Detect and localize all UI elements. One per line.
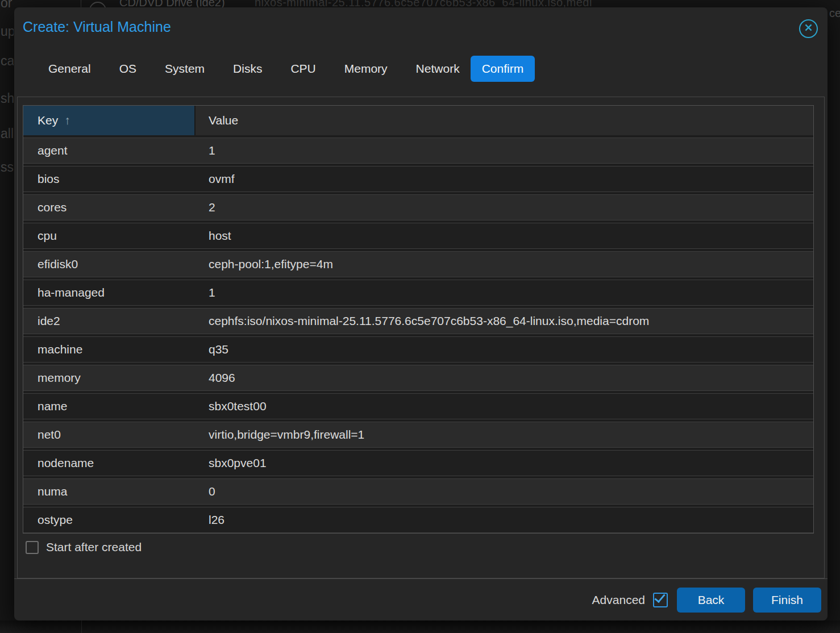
table-header-row: Key ↑ Value	[23, 106, 813, 135]
backdrop-text-fragment: ss	[1, 160, 14, 175]
row-key: net0	[23, 428, 196, 442]
row-key: bios	[23, 172, 196, 186]
row-value: q35	[196, 343, 813, 356]
dialog-titlebar: Create: Virtual Machine	[14, 7, 827, 55]
close-icon	[804, 23, 813, 35]
tab-general[interactable]: General	[34, 56, 105, 82]
column-header-value[interactable]: Value	[196, 106, 813, 135]
finish-button[interactable]: Finish	[753, 588, 821, 613]
column-header-key-label: Key	[38, 114, 58, 127]
tab-disks[interactable]: Disks	[219, 56, 276, 82]
sort-ascending-icon: ↑	[64, 114, 70, 127]
backdrop-text-fragment: ce	[829, 7, 840, 20]
backdrop-text-fragment: all	[1, 126, 14, 141]
row-value: 2	[196, 201, 813, 214]
row-value: host	[196, 229, 813, 243]
table-row[interactable]: net0 virtio,bridge=vmbr9,firewall=1	[23, 422, 813, 448]
backdrop-top-strip: CD/DVD Drive (ide2) nixos-minimal-25.11.…	[0, 0, 840, 7]
tab-bar: General OS System Disks CPU Memory Netwo…	[34, 56, 535, 82]
row-key: cpu	[23, 229, 196, 243]
backdrop-divider-line	[81, 0, 81, 7]
confirm-panel: Key ↑ Value agent 1 bios ovmf cores 2 cp	[17, 97, 825, 578]
table-row[interactable]: ide2 cephfs:iso/nixos-minimal-25.11.5776…	[23, 308, 813, 334]
row-value: 1	[196, 144, 813, 157]
table-row[interactable]: numa 0	[23, 478, 813, 505]
row-key: cores	[23, 201, 196, 214]
tab-cpu[interactable]: CPU	[276, 56, 330, 82]
row-value: sbx0pve01	[196, 456, 813, 470]
dialog-footer: Advanced Back Finish	[14, 578, 827, 620]
start-after-created-option: Start after created	[26, 540, 142, 554]
tab-memory[interactable]: Memory	[330, 56, 402, 82]
row-value: 0	[196, 485, 813, 498]
checkmark-icon	[654, 591, 665, 602]
row-key: name	[23, 399, 196, 413]
backdrop-text-fragment: CD/DVD Drive (ide2)	[119, 0, 225, 7]
close-button[interactable]	[799, 19, 818, 38]
table-row[interactable]: efidisk0 ceph-pool:1,efitype=4m	[23, 251, 813, 277]
row-value: 4096	[196, 371, 813, 385]
tab-confirm[interactable]: Confirm	[471, 56, 535, 82]
back-button[interactable]: Back	[677, 588, 745, 613]
row-key: machine	[23, 343, 196, 356]
row-value: sbx0test00	[196, 399, 813, 413]
backdrop-text-fragment: up	[1, 24, 14, 39]
table-row[interactable]: ostype l26	[23, 507, 813, 533]
backdrop-text-fragment: or	[1, 0, 12, 11]
table-row[interactable]: bios ovmf	[23, 166, 813, 192]
row-value: 1	[196, 286, 813, 299]
advanced-label: Advanced	[592, 593, 645, 607]
row-value: ceph-pool:1,efitype=4m	[196, 257, 813, 271]
dialog-title: Create: Virtual Machine	[23, 19, 171, 35]
start-after-created-checkbox[interactable]	[26, 541, 39, 554]
row-key: memory	[23, 371, 196, 385]
table-row[interactable]: agent 1	[23, 138, 813, 164]
tab-network[interactable]: Network	[402, 56, 474, 82]
table-row[interactable]: ha-managed 1	[23, 280, 813, 306]
row-key: nodename	[23, 456, 196, 470]
start-after-created-label: Start after created	[46, 540, 142, 554]
row-key: ide2	[23, 314, 196, 328]
row-key: efidisk0	[23, 257, 196, 271]
row-key: ha-managed	[23, 286, 196, 299]
summary-table: Key ↑ Value agent 1 bios ovmf cores 2 cp	[23, 105, 814, 534]
advanced-checkbox[interactable]	[653, 593, 668, 607]
table-row[interactable]: machine q35	[23, 336, 813, 363]
tab-os[interactable]: OS	[105, 56, 151, 82]
backdrop-divider-line	[81, 620, 82, 633]
tab-system[interactable]: System	[151, 56, 219, 82]
backdrop-text-fragment: ca	[1, 53, 14, 69]
table-row[interactable]: nodename sbx0pve01	[23, 450, 813, 476]
row-value: cephfs:iso/nixos-minimal-25.11.5776.6c5e…	[196, 314, 813, 328]
table-row[interactable]: cores 2	[23, 194, 813, 220]
row-key: agent	[23, 144, 196, 157]
backdrop-text-fragment: nixos-minimal-25.11.5776.6c5e707c6b53-x8…	[255, 0, 592, 7]
backdrop-text-fragment: sh	[1, 91, 14, 106]
table-row[interactable]: memory 4096	[23, 365, 813, 391]
column-header-key[interactable]: Key ↑	[23, 106, 196, 135]
backdrop-left-strip: or up ca sh all ss	[0, 0, 14, 620]
backdrop-bottom-strip	[0, 620, 840, 633]
row-value: virtio,bridge=vmbr9,firewall=1	[196, 428, 813, 442]
row-key: ostype	[23, 513, 196, 527]
column-header-value-label: Value	[209, 114, 238, 127]
create-vm-dialog: Create: Virtual Machine General OS Syste…	[14, 7, 827, 620]
radio-button-icon	[89, 2, 106, 7]
table-row[interactable]: name sbx0test00	[23, 393, 813, 419]
row-value: ovmf	[196, 172, 813, 186]
row-value: l26	[196, 513, 813, 527]
row-key: numa	[23, 485, 196, 498]
table-row[interactable]: cpu host	[23, 223, 813, 249]
